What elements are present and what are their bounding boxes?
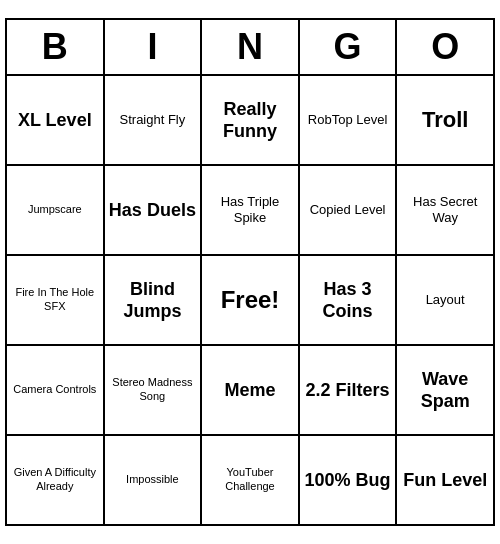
bingo-row-3: Camera ControlsStereo Madness SongMeme2.… [7,346,493,436]
cell-text-4-0: Given A Difficulty Already [11,466,99,494]
header-letter-G: G [300,20,398,74]
bingo-row-1: JumpscareHas DuelsHas Triple SpikeCopied… [7,166,493,256]
bingo-cell-4-4: Fun Level [397,436,493,524]
cell-text-0-2: Really Funny [206,98,294,143]
bingo-cell-1-0: Jumpscare [7,166,105,254]
cell-text-3-1: Stereo Madness Song [109,376,197,404]
bingo-cell-3-3: 2.2 Filters [300,346,398,434]
cell-text-3-4: Wave Spam [401,368,489,413]
bingo-cell-4-2: YouTuber Challenge [202,436,300,524]
cell-text-4-3: 100% Bug [305,469,391,492]
bingo-cell-3-1: Stereo Madness Song [105,346,203,434]
bingo-row-0: XL LevelStraight FlyReally FunnyRobTop L… [7,76,493,166]
bingo-cell-0-4: Troll [397,76,493,164]
cell-text-2-3: Has 3 Coins [304,278,392,323]
header-letter-B: B [7,20,105,74]
bingo-cell-2-3: Has 3 Coins [300,256,398,344]
bingo-cell-4-1: Impossible [105,436,203,524]
bingo-cell-0-1: Straight Fly [105,76,203,164]
bingo-cell-4-0: Given A Difficulty Already [7,436,105,524]
bingo-grid: XL LevelStraight FlyReally FunnyRobTop L… [7,76,493,524]
bingo-cell-3-0: Camera Controls [7,346,105,434]
cell-text-4-2: YouTuber Challenge [206,466,294,494]
cell-text-1-3: Copied Level [310,202,386,218]
cell-text-3-2: Meme [224,379,275,402]
bingo-cell-3-2: Meme [202,346,300,434]
cell-text-3-0: Camera Controls [13,383,96,397]
cell-text-0-1: Straight Fly [120,112,186,128]
cell-text-0-3: RobTop Level [308,112,388,128]
cell-text-0-0: XL Level [18,109,92,132]
cell-text-3-3: 2.2 Filters [306,379,390,402]
bingo-cell-1-4: Has Secret Way [397,166,493,254]
bingo-header: BINGO [7,20,493,76]
bingo-cell-2-2: Free! [202,256,300,344]
bingo-cell-3-4: Wave Spam [397,346,493,434]
cell-text-1-4: Has Secret Way [401,194,489,227]
cell-text-4-1: Impossible [126,473,179,487]
bingo-cell-0-0: XL Level [7,76,105,164]
header-letter-I: I [105,20,203,74]
cell-text-1-0: Jumpscare [28,203,82,217]
bingo-cell-0-2: Really Funny [202,76,300,164]
cell-text-1-2: Has Triple Spike [206,194,294,227]
bingo-cell-1-3: Copied Level [300,166,398,254]
bingo-cell-1-2: Has Triple Spike [202,166,300,254]
bingo-cell-2-4: Layout [397,256,493,344]
bingo-cell-1-1: Has Duels [105,166,203,254]
cell-text-2-1: Blind Jumps [109,278,197,323]
bingo-row-4: Given A Difficulty AlreadyImpossibleYouT… [7,436,493,524]
cell-text-2-0: Fire In The Hole SFX [11,286,99,314]
bingo-cell-2-0: Fire In The Hole SFX [7,256,105,344]
cell-text-2-2: Free! [221,285,280,315]
cell-text-0-4: Troll [422,106,468,134]
bingo-cell-2-1: Blind Jumps [105,256,203,344]
bingo-cell-0-3: RobTop Level [300,76,398,164]
cell-text-4-4: Fun Level [403,469,487,492]
bingo-row-2: Fire In The Hole SFXBlind JumpsFree!Has … [7,256,493,346]
header-letter-N: N [202,20,300,74]
bingo-board: BINGO XL LevelStraight FlyReally FunnyRo… [5,18,495,526]
header-letter-O: O [397,20,493,74]
cell-text-1-1: Has Duels [109,199,196,222]
bingo-cell-4-3: 100% Bug [300,436,398,524]
cell-text-2-4: Layout [426,292,465,308]
